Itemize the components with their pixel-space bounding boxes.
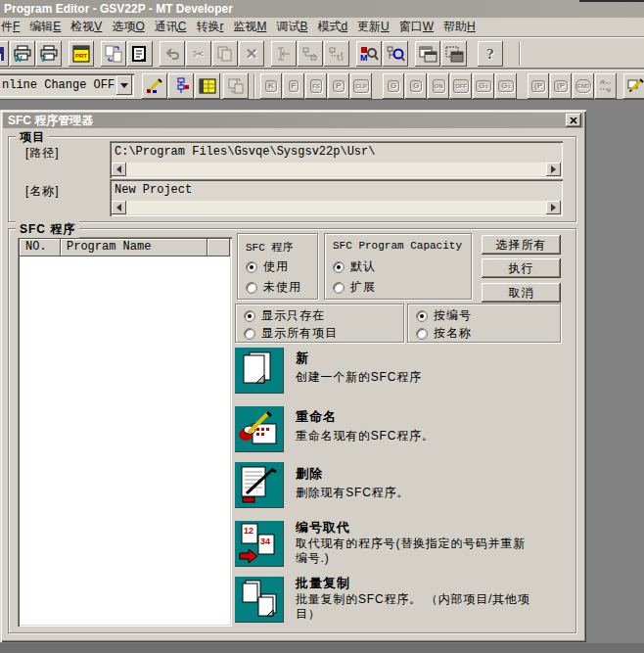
symbol-k-button[interactable]: K bbox=[260, 73, 282, 99]
copy-program-button[interactable] bbox=[127, 41, 153, 67]
radio-icon[interactable] bbox=[416, 328, 428, 340]
sort-panel: 按编号 按名称 bbox=[407, 303, 561, 343]
radio-use[interactable]: 使用 bbox=[246, 258, 289, 275]
symbol-fs-button[interactable]: FS bbox=[305, 73, 327, 99]
window-arrange-button[interactable] bbox=[441, 41, 467, 67]
symbol-on-button[interactable]: ON bbox=[428, 73, 449, 99]
menu-item-convert[interactable]: 转换r bbox=[196, 19, 223, 35]
menu-item-mode[interactable]: 模式d bbox=[317, 19, 347, 35]
edit-comment-button[interactable] bbox=[623, 73, 644, 99]
save-button[interactable] bbox=[0, 41, 9, 67]
menu-item-file[interactable]: 件F bbox=[1, 19, 20, 35]
program-list-button[interactable] bbox=[195, 73, 220, 99]
sort-steps-button[interactable] bbox=[595, 73, 617, 99]
symbol-gsub2-button[interactable]: G₁ bbox=[495, 73, 517, 99]
symbol-p-button[interactable]: P bbox=[328, 73, 349, 99]
menu-item-update[interactable]: 更新U bbox=[357, 19, 390, 35]
scroll-left-button[interactable] bbox=[112, 163, 126, 176]
undo-button[interactable] bbox=[160, 41, 185, 67]
rename-action-icon[interactable] bbox=[235, 406, 284, 452]
fs-symbol-icon: FS bbox=[310, 79, 322, 93]
execute-button[interactable]: 执行 bbox=[482, 258, 561, 278]
select-all-button[interactable]: 选择所有 bbox=[482, 235, 561, 255]
radio-by-number[interactable]: 按编号 bbox=[416, 307, 472, 324]
sfc-diagram-button[interactable] bbox=[168, 73, 194, 99]
symbol-end-button[interactable]: END bbox=[573, 73, 594, 99]
radio-unuse[interactable]: 未使用 bbox=[246, 279, 301, 296]
new-action-title[interactable]: 新 bbox=[296, 350, 309, 367]
dialog-title-bar[interactable]: SFC 程序管理器 bbox=[3, 113, 583, 128]
import-button[interactable] bbox=[101, 41, 126, 67]
print-button[interactable]: W bbox=[10, 41, 35, 67]
symbol-f-button[interactable]: F bbox=[283, 73, 304, 99]
title-bar[interactable]: Program Editor - GSV22P - MT Developer bbox=[0, 0, 644, 18]
radio-by-name[interactable]: 按名称 bbox=[416, 325, 472, 342]
rename-action-title[interactable]: 重命名 bbox=[296, 408, 337, 426]
renumber-action-icon[interactable]: 12 34 bbox=[235, 521, 284, 567]
symbol-jump-p2-button[interactable]: (P bbox=[550, 73, 572, 99]
cut-button[interactable]: ✂ bbox=[186, 41, 211, 67]
online-change-combobox[interactable]: nline Change OFF bbox=[0, 73, 134, 97]
menu-item-debug[interactable]: 调试B bbox=[276, 19, 307, 35]
dialog-close-button[interactable] bbox=[566, 114, 581, 127]
radio-default[interactable]: 默认 bbox=[333, 258, 376, 275]
radio-icon[interactable] bbox=[416, 310, 428, 322]
symbol-off-button[interactable]: OFF bbox=[450, 73, 472, 99]
menu-item-comm[interactable]: 通讯C bbox=[155, 19, 187, 35]
symbol-gsub1-button[interactable]: G₁ bbox=[473, 73, 494, 99]
symbol-g2-button[interactable]: G bbox=[405, 73, 427, 99]
radio-icon[interactable] bbox=[333, 261, 345, 273]
menu-item-window[interactable]: 窗口W bbox=[399, 19, 434, 35]
name-scrollbar[interactable] bbox=[112, 201, 561, 214]
edit-program-button[interactable] bbox=[142, 73, 167, 99]
menu-item-help[interactable]: 帮助H bbox=[443, 19, 476, 35]
find-step-button[interactable] bbox=[383, 41, 408, 67]
path-field[interactable]: C:\Program Files\Gsvqe\Sysgsv22p\Usr\ bbox=[110, 141, 563, 178]
program-listbox[interactable]: NO. Program Name bbox=[18, 237, 232, 627]
menu-item-monitor[interactable]: 监视M bbox=[233, 19, 266, 35]
menu-item-options[interactable]: 选项O bbox=[112, 19, 144, 35]
renumber-action-title[interactable]: 编号取代 bbox=[296, 519, 350, 536]
path-value: C:\Program Files\Gsvqe\Sysgsv22p\Usr\ bbox=[115, 145, 375, 159]
delete-action-icon[interactable] bbox=[235, 462, 284, 508]
symbol-g1-button[interactable]: G bbox=[383, 73, 404, 99]
cancel-button[interactable]: 取消 bbox=[482, 283, 561, 303]
delete-button[interactable]: ✕ bbox=[239, 41, 264, 67]
symbol-jump-p1-button[interactable]: (P bbox=[528, 73, 549, 99]
list-header-no[interactable]: NO. bbox=[20, 239, 61, 257]
menu-item-view[interactable]: 检视V bbox=[70, 19, 102, 35]
step-insert-button[interactable] bbox=[271, 41, 297, 67]
path-scrollbar[interactable] bbox=[112, 163, 561, 176]
window-new-button[interactable] bbox=[415, 41, 440, 67]
x-icon: ✕ bbox=[246, 45, 258, 63]
radio-icon[interactable] bbox=[244, 310, 255, 322]
list-header-program-name[interactable]: Program Name bbox=[61, 239, 207, 257]
delete-action-title[interactable]: 删除 bbox=[296, 465, 323, 483]
print-preview-button[interactable]: V bbox=[36, 41, 62, 67]
scroll-right-button[interactable] bbox=[546, 201, 561, 214]
combobox-dropdown-button[interactable] bbox=[116, 75, 132, 95]
radio-icon[interactable] bbox=[244, 328, 255, 340]
radio-icon[interactable] bbox=[333, 282, 345, 294]
batch-copy-action-icon[interactable] bbox=[235, 577, 284, 623]
scroll-right-button[interactable] bbox=[546, 163, 561, 176]
radio-show-exist[interactable]: 显示只存在 bbox=[244, 307, 325, 324]
name-field[interactable]: New Project bbox=[110, 179, 563, 216]
batch-copy-action-title[interactable]: 批量复制 bbox=[296, 575, 350, 592]
help-button[interactable]: ? bbox=[478, 41, 503, 67]
list-header-extra[interactable] bbox=[207, 239, 230, 257]
branch-dashed-button[interactable] bbox=[324, 41, 349, 67]
radio-show-all[interactable]: 显示所有项目 bbox=[244, 325, 338, 342]
branch-insert-button[interactable] bbox=[298, 41, 323, 67]
radio-icon[interactable] bbox=[246, 261, 257, 273]
find-device-button[interactable]: M bbox=[356, 41, 382, 67]
new-action-icon[interactable] bbox=[235, 348, 284, 394]
menu-item-edit[interactable]: 编辑E bbox=[29, 19, 61, 35]
transfer-program-button[interactable] bbox=[223, 73, 249, 99]
radio-icon[interactable] bbox=[246, 282, 257, 294]
print-setup-button[interactable]: PRT bbox=[69, 41, 94, 67]
copy-button[interactable] bbox=[212, 41, 238, 67]
radio-extend[interactable]: 扩展 bbox=[333, 279, 376, 296]
symbol-clp-button[interactable]: CLP bbox=[350, 73, 372, 99]
scroll-left-button[interactable] bbox=[112, 201, 126, 214]
